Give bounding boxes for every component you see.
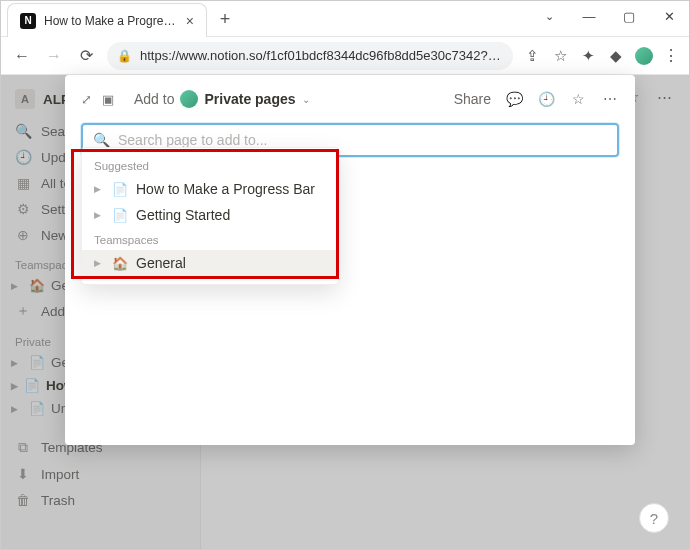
dropdown-item-getting-started[interactable]: ▶ 📄 Getting Started xyxy=(82,202,338,228)
add-to-dropdown: Suggested ▶ 📄 How to Make a Progress Bar… xyxy=(81,147,339,285)
add-to-label: Add to xyxy=(134,91,174,107)
window-close-icon[interactable]: ✕ xyxy=(649,1,689,31)
peek-icon[interactable]: ▣ xyxy=(102,92,114,107)
workspace-bubble-icon xyxy=(180,90,198,108)
search-icon: 🔍 xyxy=(93,132,110,148)
nav-forward-button[interactable]: → xyxy=(43,45,65,67)
url-text: https://www.notion.so/f1cf01bdcf8344dc96… xyxy=(140,48,503,63)
browser-titlebar: N How to Make a Progress Bar × + ⌄ — ▢ ✕ xyxy=(1,1,689,37)
more-menu-icon[interactable]: ⋯ xyxy=(601,90,619,108)
tabs-dropdown-icon[interactable]: ⌄ xyxy=(529,1,569,31)
dropdown-item-howto[interactable]: ▶ 📄 How to Make a Progress Bar xyxy=(82,176,338,202)
notion-favicon: N xyxy=(20,13,36,29)
add-to-modal: ⤢ ▣ Add to Private pages ⌄ Share 💬 🕘 ☆ ⋯ xyxy=(65,75,635,445)
page-icon: 📄 xyxy=(112,208,128,223)
tab-title: How to Make a Progress Bar xyxy=(44,14,178,28)
nav-back-button[interactable]: ← xyxy=(11,45,33,67)
add-to-target: Private pages xyxy=(204,91,295,107)
share-page-icon[interactable]: ⇪ xyxy=(523,47,541,65)
window-minimize-icon[interactable]: — xyxy=(569,1,609,31)
tab-close-icon[interactable]: × xyxy=(186,13,194,29)
dropdown-item-label: General xyxy=(136,255,186,271)
browser-menu-icon[interactable]: ⋮ xyxy=(663,46,679,65)
search-input[interactable] xyxy=(118,132,607,148)
expand-icon[interactable]: ⤢ xyxy=(81,92,92,107)
page-icon: 📄 xyxy=(112,182,128,197)
window-maximize-icon[interactable]: ▢ xyxy=(609,1,649,31)
browser-toolbar: ← → ⟳ 🔒 https://www.notion.so/f1cf01bdcf… xyxy=(1,37,689,75)
clock-icon[interactable]: 🕘 xyxy=(537,90,555,108)
help-button[interactable]: ? xyxy=(639,503,669,533)
dropdown-section-teamspaces: Teamspaces xyxy=(82,228,338,250)
extensions-puzzle-icon[interactable]: ✦ xyxy=(579,47,597,65)
bookmark-star-icon[interactable]: ☆ xyxy=(551,47,569,65)
chevron-right-icon: ▶ xyxy=(94,184,104,194)
chevron-down-icon: ⌄ xyxy=(302,94,310,105)
modal-share-button[interactable]: Share xyxy=(454,91,491,107)
comment-icon[interactable]: 💬 xyxy=(505,90,523,108)
profile-avatar-icon[interactable] xyxy=(635,47,653,65)
address-bar[interactable]: 🔒 https://www.notion.so/f1cf01bdcf8344dc… xyxy=(107,42,513,70)
extension-icon[interactable]: ◆ xyxy=(607,47,625,65)
dropdown-item-general[interactable]: ▶ 🏠 General xyxy=(82,250,338,276)
star-icon[interactable]: ☆ xyxy=(569,90,587,108)
nav-reload-button[interactable]: ⟳ xyxy=(75,45,97,67)
house-icon: 🏠 xyxy=(112,256,128,271)
chevron-right-icon: ▶ xyxy=(94,258,104,268)
browser-tab[interactable]: N How to Make a Progress Bar × xyxy=(7,3,207,37)
dropdown-item-label: Getting Started xyxy=(136,207,230,223)
dropdown-item-label: How to Make a Progress Bar xyxy=(136,181,315,197)
add-to-selector[interactable]: Add to Private pages ⌄ xyxy=(134,90,310,108)
lock-icon: 🔒 xyxy=(117,49,132,63)
dropdown-section-suggested: Suggested xyxy=(82,154,338,176)
new-tab-button[interactable]: + xyxy=(211,5,239,33)
chevron-right-icon: ▶ xyxy=(94,210,104,220)
